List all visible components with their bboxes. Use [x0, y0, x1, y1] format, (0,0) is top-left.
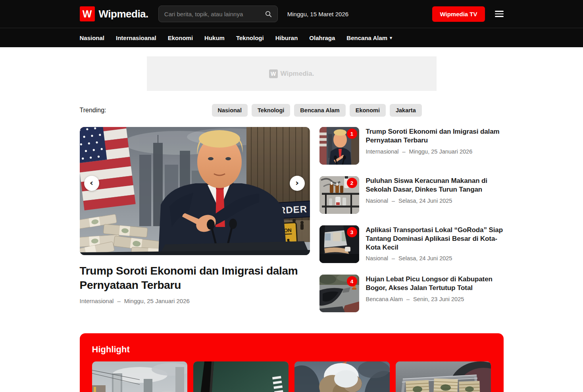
- brand-logo-icon: W: [80, 6, 95, 21]
- trending-label: Trending:: [80, 107, 212, 114]
- top-news-date-4: Senin, 23 Juni 2025: [413, 296, 464, 302]
- top-news-date-3: Selasa, 24 Juni 2025: [398, 255, 452, 261]
- search-icon[interactable]: [265, 11, 272, 17]
- top-news-item-2[interactable]: 2 Puluhan Siswa Keracunan Makanan di Sek…: [319, 176, 504, 214]
- meta-separator: –: [406, 296, 410, 302]
- top-news-thumb-3: 3: [319, 225, 359, 263]
- top-news-title-4[interactable]: Hujan Lebat Picu Longsor di Kabupaten Bo…: [366, 275, 504, 292]
- ad-watermark-logo-icon: W: [269, 69, 278, 78]
- nav-item-internasioanal[interactable]: Internasioanal: [116, 35, 156, 41]
- trending-tag-nasional[interactable]: Nasional: [212, 104, 248, 117]
- nav-item-bencana-alam[interactable]: Bencana Alam ▾: [346, 35, 392, 41]
- brand-name: Wipmedia.: [99, 8, 148, 20]
- highlight-card-money[interactable]: ›: [396, 361, 491, 392]
- top-news-title-1[interactable]: Trump Soroti Ekonomi dan Imigrasi dalam …: [366, 127, 504, 145]
- meta-separator: –: [392, 198, 395, 204]
- ad-watermark-text: Wipmedia.: [281, 70, 314, 78]
- top-news-thumb-4: 4: [319, 275, 359, 312]
- highlight-card-chatgpt[interactable]: Introducing ChatGPT: [193, 361, 289, 392]
- rank-badge-1: 1: [347, 129, 357, 139]
- rank-badge-2: 2: [347, 178, 357, 188]
- hero-image[interactable]: U.S. BORDER CAUTION: [80, 127, 310, 255]
- highlight-section: Highlight: [80, 333, 504, 392]
- hero-title[interactable]: Trump Soroti Ekonomi dan Imigrasi dalam …: [80, 264, 310, 292]
- highlight-card-city[interactable]: ‹: [92, 361, 187, 392]
- trending-tag-ekonomi[interactable]: Ekonomi: [350, 104, 386, 117]
- nav-item-nasional[interactable]: Nasional: [80, 35, 105, 41]
- top-news-category-1: Internasional: [366, 148, 399, 155]
- hero-article: U.S. BORDER CAUTION: [80, 127, 310, 312]
- highlight-title: Highlight: [92, 344, 491, 355]
- hero-prev-button[interactable]: ‹: [84, 176, 99, 191]
- nav-item-hiburan[interactable]: Hiburan: [275, 35, 298, 41]
- trending-tag-bencana-alam[interactable]: Bencana Alam: [294, 104, 345, 117]
- nav-item-ekonomi[interactable]: Ekonomi: [168, 35, 193, 41]
- trending-section: Trending: Nasional Teknologi Bencana Ala…: [80, 104, 504, 117]
- chevron-down-icon: ▾: [390, 36, 392, 40]
- top-news-meta-3: Nasional – Selasa, 24 Juni 2025: [366, 255, 504, 261]
- top-news-meta-4: Bencana Alam – Senin, 23 Juni 2025: [366, 296, 504, 302]
- highlight-card-volcano[interactable]: [294, 361, 390, 392]
- hero-meta: Internasional – Minggu, 25 Januari 2026: [80, 298, 310, 304]
- site-header: W Wipmedia. Minggu, 15 Maret 2026 Wipmed…: [0, 0, 583, 28]
- hero-date: Minggu, 25 Januari 2026: [124, 298, 190, 304]
- top-news-meta-1: Internasional – Minggu, 25 Januari 2026: [366, 148, 504, 155]
- main-nav: Nasional Internasioanal Ekonomi Hukum Te…: [0, 28, 583, 47]
- meta-separator: –: [392, 255, 395, 261]
- trending-tag-teknologi[interactable]: Teknologi: [252, 104, 290, 117]
- top-news-meta-2: Nasional – Selasa, 24 Juni 2025: [366, 198, 504, 204]
- top-news-item-3[interactable]: 3 Aplikasi Transportasi Lokal “GoRoda” S…: [319, 225, 504, 263]
- top-news-list: 1 Trump Soroti Ekonomi dan Imigrasi dala…: [319, 127, 504, 312]
- nav-item-olahraga[interactable]: Olahraga: [309, 35, 335, 41]
- hero-category: Internasional: [80, 298, 114, 304]
- hero-next-button[interactable]: ›: [290, 176, 305, 191]
- trending-tag-jakarta[interactable]: Jakarta: [390, 104, 422, 117]
- search-input[interactable]: [164, 11, 265, 17]
- search-box[interactable]: [158, 6, 278, 22]
- top-news-category-2: Nasional: [366, 198, 388, 204]
- top-news-title-2[interactable]: Puluhan Siswa Keracunan Makanan di Sekol…: [366, 177, 504, 194]
- nav-item-teknologi[interactable]: Teknologi: [236, 35, 264, 41]
- meta-separator: –: [402, 148, 406, 155]
- ad-banner-placeholder: W Wipmedia.: [147, 56, 437, 91]
- top-news-item-1[interactable]: 1 Trump Soroti Ekonomi dan Imigrasi dala…: [319, 127, 504, 165]
- top-news-thumb-2: 2: [319, 176, 359, 214]
- rank-badge-3: 3: [347, 227, 357, 237]
- top-news-category-3: Nasional: [366, 255, 388, 261]
- brand-logo[interactable]: W Wipmedia.: [80, 6, 148, 21]
- top-news-date-2: Selasa, 24 Juni 2025: [398, 198, 452, 204]
- us-flag: [80, 127, 136, 210]
- top-news-item-4[interactable]: 4 Hujan Lebat Picu Longsor di Kabupaten …: [319, 275, 504, 312]
- top-news-thumb-1: 1: [319, 127, 359, 165]
- current-date: Minggu, 15 Maret 2026: [287, 11, 348, 17]
- top-news-category-4: Bencana Alam: [366, 296, 403, 302]
- rank-badge-4: 4: [347, 276, 357, 286]
- top-news-date-1: Minggu, 25 Januari 2026: [409, 148, 473, 155]
- nav-item-bencana-alam-label: Bencana Alam: [346, 35, 387, 41]
- meta-separator: –: [117, 298, 120, 304]
- top-news-title-3[interactable]: Aplikasi Transportasi Lokal “GoRoda” Sia…: [366, 226, 504, 252]
- menu-icon[interactable]: [495, 11, 504, 17]
- nav-item-hukum[interactable]: Hukum: [204, 35, 225, 41]
- wipmedia-tv-button[interactable]: Wipmedia TV: [432, 6, 485, 22]
